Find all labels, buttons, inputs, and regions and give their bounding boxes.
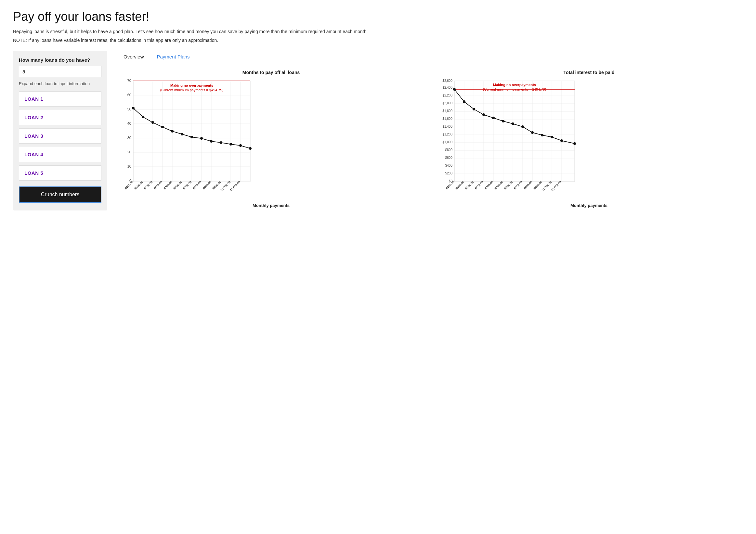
svg-point-39 (190, 136, 193, 139)
svg-point-114 (560, 140, 563, 142)
svg-point-37 (171, 130, 174, 133)
svg-text:$494.79: $494.79 (124, 180, 134, 190)
svg-text:60: 60 (127, 93, 131, 97)
svg-point-45 (249, 147, 252, 150)
svg-text:$800: $800 (445, 148, 453, 152)
svg-point-40 (200, 137, 203, 140)
crunch-numbers-button[interactable]: Crunch numbers (19, 187, 101, 203)
svg-text:$550.00: $550.00 (134, 180, 143, 190)
tab-payment-plans[interactable]: Payment Plans (150, 51, 196, 64)
svg-text:$950.00: $950.00 (212, 180, 221, 190)
loan-1-label: LOAN 1 (24, 96, 43, 102)
svg-text:$1,050.00: $1,050.00 (551, 180, 562, 191)
svg-text:$1,000: $1,000 (442, 140, 452, 144)
svg-text:$850.00: $850.00 (192, 180, 202, 190)
loan-item-1[interactable]: LOAN 1 (19, 91, 101, 107)
svg-point-110 (521, 125, 524, 128)
chart1-svg: 0 10 20 30 40 50 60 70 Making no overpay… (117, 78, 254, 201)
svg-text:$600.00: $600.00 (143, 180, 153, 190)
svg-point-108 (502, 120, 504, 122)
svg-text:$750.00: $750.00 (173, 180, 182, 190)
charts-row: Months to pay off all loans (117, 70, 743, 208)
svg-text:70: 70 (127, 79, 131, 83)
svg-text:$700.00: $700.00 (484, 180, 494, 190)
svg-text:$1,000.00: $1,000.00 (541, 180, 552, 191)
loans-count-input[interactable] (19, 66, 101, 77)
svg-text:$800.00: $800.00 (503, 180, 513, 190)
svg-text:$600: $600 (445, 156, 453, 160)
loan-item-3[interactable]: LOAN 3 (19, 128, 101, 143)
chart2-svg: $0 $200 $400 $600 $800 $1,000 $1,200 $1,… (435, 78, 578, 201)
svg-text:$1,200: $1,200 (442, 133, 452, 136)
svg-text:$1,800: $1,800 (442, 109, 452, 113)
chart2-wrap: $0 $200 $400 $600 $800 $1,000 $1,200 $1,… (435, 78, 743, 201)
svg-text:$650.00: $650.00 (474, 180, 484, 190)
left-panel: How many loans do you have? Expand each … (13, 51, 107, 211)
tabs-container: Overview Payment Plans (117, 51, 743, 64)
chart1-x-label: Monthly payments (117, 203, 425, 208)
svg-point-105 (472, 108, 475, 111)
svg-text:Making no overpayments: Making no overpayments (170, 84, 213, 88)
svg-point-41 (210, 140, 213, 142)
svg-text:$550.00: $550.00 (455, 180, 465, 190)
chart-months: Months to pay off all loans (117, 70, 425, 208)
loans-question: How many loans do you have? (19, 57, 101, 63)
page-note: NOTE: If any loans have variable interes… (13, 38, 743, 43)
loan-3-label: LOAN 3 (24, 133, 43, 139)
svg-point-115 (573, 142, 576, 145)
svg-text:$800.00: $800.00 (182, 180, 192, 190)
svg-text:Making no overpayments: Making no overpayments (493, 83, 536, 87)
tab-overview[interactable]: Overview (117, 51, 150, 64)
loan-item-5[interactable]: LOAN 5 (19, 165, 101, 181)
svg-text:40: 40 (127, 121, 131, 125)
svg-point-35 (151, 121, 154, 124)
chart-interest: Total interest to be paid (435, 70, 743, 208)
svg-point-36 (161, 126, 164, 128)
loan-item-4[interactable]: LOAN 4 (19, 147, 101, 162)
chart2-title: Total interest to be paid (435, 70, 743, 75)
svg-point-109 (512, 122, 514, 125)
svg-text:$900.00: $900.00 (523, 180, 533, 190)
svg-point-106 (482, 114, 485, 116)
svg-rect-58 (454, 81, 575, 182)
right-panel: Overview Payment Plans Months to pay off… (117, 51, 743, 208)
svg-text:$200: $200 (445, 171, 453, 175)
chart1-title: Months to pay off all loans (117, 70, 425, 75)
svg-point-103 (453, 88, 456, 90)
svg-point-38 (181, 133, 183, 136)
expand-hint: Expand each loan to input information (19, 81, 101, 86)
svg-text:$2,600: $2,600 (442, 79, 452, 83)
svg-point-111 (531, 131, 534, 134)
svg-text:$750.00: $750.00 (494, 180, 503, 190)
svg-text:$850.00: $850.00 (513, 180, 523, 190)
loan-item-2[interactable]: LOAN 2 (19, 110, 101, 125)
svg-text:$2,200: $2,200 (442, 93, 452, 97)
svg-text:$1,050.00: $1,050.00 (230, 180, 241, 191)
page-subtitle: Repaying loans is stressful, but it help… (13, 28, 743, 35)
svg-text:$1,000.00: $1,000.00 (220, 180, 231, 191)
svg-text:$400: $400 (445, 164, 453, 167)
svg-text:30: 30 (127, 136, 131, 140)
svg-point-34 (142, 115, 144, 118)
loan-5-label: LOAN 5 (24, 170, 43, 176)
loan-2-label: LOAN 2 (24, 114, 43, 120)
page-title: Pay off your loans faster! (13, 10, 743, 24)
svg-text:$600.00: $600.00 (465, 180, 474, 190)
svg-text:$700.00: $700.00 (163, 180, 173, 190)
svg-text:20: 20 (127, 150, 131, 154)
svg-point-104 (463, 100, 466, 103)
svg-point-43 (230, 143, 232, 145)
chart2-x-label: Monthly payments (435, 203, 743, 208)
svg-point-107 (492, 116, 495, 119)
svg-text:$950.00: $950.00 (533, 180, 542, 190)
svg-point-33 (132, 107, 135, 110)
svg-point-42 (220, 141, 222, 144)
svg-text:(Current minimum payments = $4: (Current minimum payments = $494.79) (483, 88, 546, 91)
svg-text:50: 50 (127, 107, 131, 111)
svg-text:$650.00: $650.00 (153, 180, 163, 190)
svg-point-113 (551, 136, 553, 139)
svg-point-44 (239, 144, 242, 147)
svg-text:$1,600: $1,600 (442, 117, 452, 120)
svg-text:(Current minimum payments = $4: (Current minimum payments = $494.79) (160, 88, 224, 92)
svg-text:$1,400: $1,400 (442, 125, 452, 128)
